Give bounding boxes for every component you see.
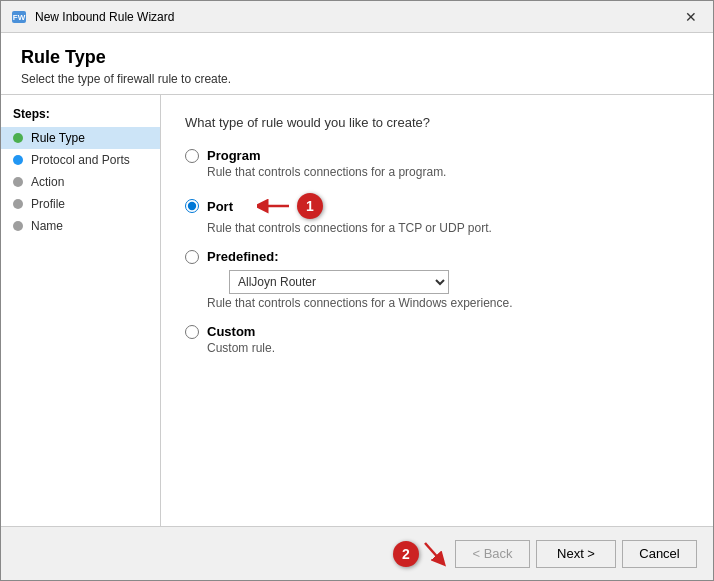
question-text: What type of rule would you like to crea… (185, 115, 689, 130)
option-predefined: Predefined: AllJoyn Router Rule that con… (185, 249, 689, 310)
label-predefined[interactable]: Predefined: (207, 249, 279, 264)
option-predefined-row: Predefined: (185, 249, 689, 264)
dot-icon-protocol (13, 155, 23, 165)
title-bar: FW New Inbound Rule Wizard ✕ (1, 1, 713, 33)
sidebar-label-rule-type: Rule Type (31, 131, 85, 145)
wizard-window: FW New Inbound Rule Wizard ✕ Rule Type S… (0, 0, 714, 581)
desc-program: Rule that controls connections for a pro… (207, 165, 689, 179)
dot-icon-profile (13, 199, 23, 209)
sidebar-item-rule-type[interactable]: Rule Type (1, 127, 160, 149)
sidebar-item-profile[interactable]: Profile (1, 193, 160, 215)
label-port[interactable]: Port (207, 199, 233, 214)
page-title: Rule Type (21, 47, 693, 68)
sidebar-label-action: Action (31, 175, 64, 189)
main-panel: What type of rule would you like to crea… (161, 95, 713, 526)
next-button[interactable]: Next > (536, 540, 616, 568)
desc-port: Rule that controls connections for a TCP… (207, 221, 689, 235)
sidebar-item-protocol-ports[interactable]: Protocol and Ports (1, 149, 160, 171)
title-bar-left: FW New Inbound Rule Wizard (11, 9, 174, 25)
annotation-2-badge-area: 2 (393, 539, 449, 567)
close-button[interactable]: ✕ (679, 5, 703, 29)
option-port: Port (185, 193, 689, 235)
page-header: Rule Type Select the type of firewall ru… (1, 33, 713, 95)
content-area: Steps: Rule Type Protocol and Ports Acti… (1, 95, 713, 526)
sidebar-label-profile: Profile (31, 197, 65, 211)
predefined-dropdown[interactable]: AllJoyn Router (229, 270, 449, 294)
annotation-1-arrow (257, 197, 293, 215)
firewall-icon: FW (11, 9, 27, 25)
bottom-bar: 2 < Back Next > Cancel (1, 526, 713, 580)
svg-line-5 (425, 543, 441, 561)
radio-custom[interactable] (185, 325, 199, 339)
annotation-badge-2: 2 (393, 541, 419, 567)
annotation-2-arrow (421, 539, 449, 567)
option-program: Program Rule that controls connections f… (185, 148, 689, 179)
label-custom[interactable]: Custom (207, 324, 255, 339)
option-custom-row: Custom (185, 324, 689, 339)
annotation-1-group: 1 (257, 193, 323, 219)
option-program-row: Program (185, 148, 689, 163)
option-custom: Custom Custom rule. (185, 324, 689, 355)
radio-group: Program Rule that controls connections f… (185, 148, 689, 355)
sidebar-item-action[interactable]: Action (1, 171, 160, 193)
sidebar-label-name: Name (31, 219, 63, 233)
svg-text:FW: FW (13, 13, 26, 22)
predefined-dropdown-wrapper: AllJoyn Router (207, 270, 689, 294)
sidebar-label-protocol: Protocol and Ports (31, 153, 130, 167)
sidebar: Steps: Rule Type Protocol and Ports Acti… (1, 95, 161, 526)
annotation-badge-1: 1 (297, 193, 323, 219)
window-title: New Inbound Rule Wizard (35, 10, 174, 24)
dot-icon-action (13, 177, 23, 187)
annotation-2-group: 2 (393, 539, 449, 569)
back-button[interactable]: < Back (455, 540, 530, 568)
radio-program[interactable] (185, 149, 199, 163)
page-subtitle: Select the type of firewall rule to crea… (21, 72, 693, 86)
radio-port[interactable] (185, 199, 199, 213)
desc-predefined: Rule that controls connections for a Win… (207, 296, 689, 310)
sidebar-title: Steps: (1, 107, 160, 127)
cancel-button[interactable]: Cancel (622, 540, 697, 568)
desc-custom: Custom rule. (207, 341, 689, 355)
dot-icon-name (13, 221, 23, 231)
radio-predefined[interactable] (185, 250, 199, 264)
sidebar-item-name[interactable]: Name (1, 215, 160, 237)
label-program[interactable]: Program (207, 148, 260, 163)
option-port-row: Port (185, 193, 689, 219)
dot-icon-rule-type (13, 133, 23, 143)
